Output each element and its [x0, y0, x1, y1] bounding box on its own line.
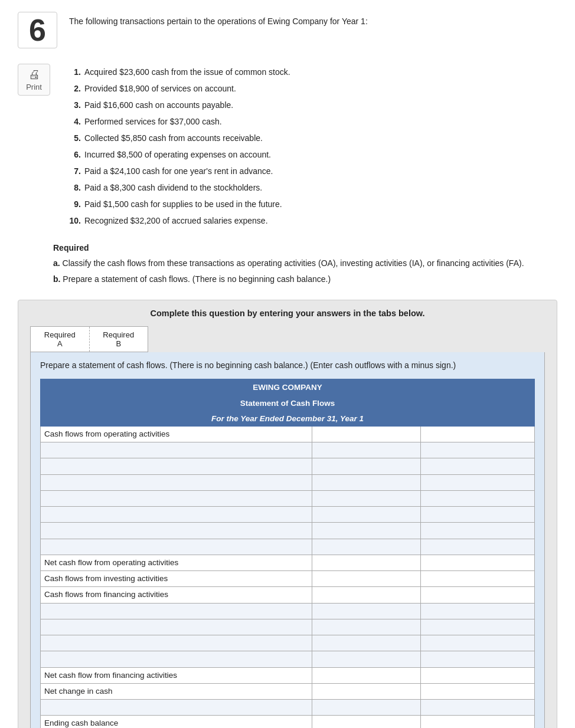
net-financing-label: Net cash flow from financing activities — [41, 667, 312, 683]
op-row3-col1[interactable] — [316, 478, 417, 487]
net-change-label: Net change in cash — [41, 683, 312, 699]
operating-col1 — [312, 426, 421, 442]
fa-row4-col1[interactable] — [316, 654, 417, 663]
op-row5-label[interactable] — [44, 510, 308, 519]
fa-row1-label[interactable] — [44, 606, 308, 615]
op-row6-label[interactable] — [44, 526, 308, 534]
net-change-col1[interactable] — [316, 687, 417, 696]
transactions-list: 1. Acquired $23,600 cash from the issue … — [68, 64, 290, 229]
ending-cash-col2[interactable] — [424, 719, 531, 727]
ending-cash-label: Ending cash balance — [41, 716, 312, 728]
table-row — [41, 474, 535, 490]
beginning-cash-col2[interactable] — [424, 703, 531, 711]
table-row: Cash flows from operating activities — [41, 426, 535, 442]
op-row7-col1[interactable] — [316, 542, 417, 551]
op-row7-col2[interactable] — [424, 542, 531, 551]
net-operating-col1[interactable] — [316, 558, 417, 567]
op-row6-col2[interactable] — [424, 526, 531, 534]
table-row — [41, 651, 535, 667]
print-icon: 🖨 — [28, 68, 40, 81]
investing-activities-label: Cash flows from investing activities — [41, 571, 312, 587]
operating-activities-label: Cash flows from operating activities — [41, 426, 312, 442]
op-row5-col2[interactable] — [424, 510, 531, 519]
op-row1-label[interactable] — [44, 445, 308, 454]
list-item: 9. Paid $1,500 cash for supplies to be u… — [68, 196, 290, 212]
op-row4-col1[interactable] — [316, 494, 417, 503]
statement-period: For the Year Ended December 31, Year 1 — [41, 411, 535, 426]
ending-cash-col1[interactable] — [316, 719, 417, 727]
net-financing-col2[interactable] — [424, 671, 531, 680]
statement-title: Statement of Cash Flows — [41, 396, 535, 411]
cash-flow-table-wrapper: EWING COMPANY Statement of Cash Flows Fo… — [40, 379, 535, 728]
beginning-cash-col1[interactable] — [316, 703, 417, 711]
list-item: 5. Collected $5,850 cash from accounts r… — [68, 130, 290, 146]
op-row3-col2[interactable] — [424, 478, 531, 487]
net-financing-col1[interactable] — [316, 671, 417, 680]
table-row — [41, 539, 535, 555]
fa-row2-label[interactable] — [44, 622, 308, 631]
fa-row4-label[interactable] — [44, 654, 308, 663]
table-row — [41, 507, 535, 523]
table-row: Net cash flow from financing activities — [41, 667, 535, 683]
cash-flow-table: EWING COMPANY Statement of Cash Flows Fo… — [40, 379, 535, 728]
required-label: Required — [53, 243, 557, 252]
list-item: 6. Incurred $8,500 of operating expenses… — [68, 146, 290, 163]
table-row — [41, 619, 535, 635]
op-row2-label[interactable] — [44, 461, 308, 470]
table-row: Ending cash balance — [41, 716, 535, 728]
tab-required-a[interactable]: Required A — [31, 327, 90, 352]
complete-box-title: Complete this question by entering your … — [30, 309, 545, 318]
complete-box: Complete this question by entering your … — [18, 300, 557, 728]
op-row7-label[interactable] — [44, 542, 308, 551]
op-row2-col1[interactable] — [316, 461, 417, 470]
print-button[interactable]: 🖨 Print — [18, 64, 50, 96]
table-row: Net cash flow from operating activities — [41, 555, 535, 570]
tab-content-red: (Enter cash outflows with a minus sign.) — [311, 360, 456, 370]
fa-row3-label[interactable] — [44, 638, 308, 647]
list-item: 10. Recognized $32,200 of accrued salari… — [68, 212, 290, 229]
net-change-col2[interactable] — [424, 687, 531, 696]
fa-row3-col2[interactable] — [424, 638, 531, 647]
company-name: EWING COMPANY — [41, 379, 535, 396]
table-row — [41, 490, 535, 506]
financing-activities-label: Cash flows from financing activities — [41, 587, 312, 603]
op-row5-col1[interactable] — [316, 510, 417, 519]
beginning-cash-label[interactable] — [44, 703, 308, 711]
list-item: 8. Paid a $8,300 cash dividend to the st… — [68, 179, 290, 196]
table-row — [41, 442, 535, 458]
table-row: Net change in cash — [41, 683, 535, 699]
op-row4-label[interactable] — [44, 494, 308, 503]
fa-row1-col1[interactable] — [316, 606, 417, 615]
op-row1-col2[interactable] — [424, 445, 531, 454]
fa-row2-col1[interactable] — [316, 622, 417, 631]
op-row2-col2[interactable] — [424, 461, 531, 470]
net-operating-col2[interactable] — [424, 558, 531, 567]
print-label: Print — [26, 83, 42, 91]
tab-required-b[interactable]: Required B — [90, 327, 148, 352]
tabs-row: Required A Required B — [30, 326, 148, 352]
fa-row1-col2[interactable] — [424, 606, 531, 615]
op-row1-col1[interactable] — [316, 445, 417, 454]
table-header-title: Statement of Cash Flows — [41, 396, 535, 411]
fa-row2-col2[interactable] — [424, 622, 531, 631]
table-row: Cash flows from financing activities — [41, 587, 535, 603]
net-operating-label: Net cash flow from operating activities — [41, 555, 312, 570]
req-item-b: b. Prepare a statement of cash flows. (T… — [53, 273, 557, 286]
tab-content-area: Prepare a statement of cash flows. (Ther… — [30, 352, 545, 728]
list-item: 1. Acquired $23,600 cash from the issue … — [68, 64, 290, 80]
op-row4-col2[interactable] — [424, 494, 531, 503]
investing-col2[interactable] — [424, 574, 531, 583]
fa-row3-col1[interactable] — [316, 638, 417, 647]
problem-number: 6 — [18, 12, 57, 48]
fa-row4-col2[interactable] — [424, 654, 531, 663]
req-item-a: a. Classify the cash flows from these tr… — [53, 257, 557, 270]
op-row3-label[interactable] — [44, 478, 308, 487]
op-row6-col1[interactable] — [316, 526, 417, 534]
table-row — [41, 458, 535, 474]
tab-content-text: Prepare a statement of cash flows. (Ther… — [40, 360, 308, 370]
table-header-company: EWING COMPANY — [41, 379, 535, 396]
investing-col1[interactable] — [316, 574, 417, 583]
table-header-period: For the Year Ended December 31, Year 1 — [41, 411, 535, 426]
intro-text: The following transactions pertain to th… — [69, 17, 368, 26]
list-item: 3. Paid $16,600 cash on accounts payable… — [68, 97, 290, 113]
